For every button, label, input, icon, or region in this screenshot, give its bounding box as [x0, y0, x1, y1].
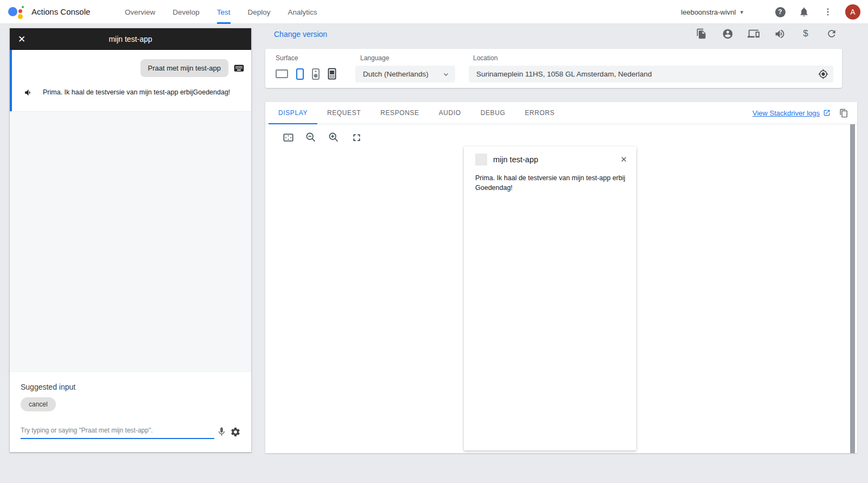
settings-button[interactable]	[229, 425, 241, 438]
tab-errors[interactable]: ERRORS	[515, 102, 564, 124]
zoom-in-icon	[328, 131, 340, 143]
topbar-right-cluster: leeboonstra-wivnl ▾ ? A	[681, 0, 860, 24]
user-message-row: Praat met mijn test-app	[12, 59, 245, 77]
nav-item-develop[interactable]: Develop	[173, 0, 200, 24]
chevron-down-icon: ▾	[740, 9, 743, 16]
speaker-surface-icon[interactable]	[312, 68, 320, 80]
fullscreen-button[interactable]	[349, 130, 363, 144]
nav-item-overview[interactable]: Overview	[125, 0, 155, 24]
app-icon-placeholder	[475, 154, 487, 166]
file-copy-icon	[696, 28, 707, 39]
fit-to-screen-button[interactable]	[281, 130, 295, 144]
copy-conversation-button[interactable]	[695, 27, 708, 40]
display-scrollbar[interactable]	[850, 124, 855, 453]
keyboard-icon	[233, 62, 245, 74]
bot-message-row: Prima. Ik haal de testversie van mijn te…	[12, 88, 245, 97]
bot-message-text: Prima. Ik haal de testversie van mijn te…	[43, 88, 230, 96]
audio-button[interactable]	[773, 27, 786, 40]
dollar-icon: $	[803, 28, 808, 39]
keypad-phone-surface-icon[interactable]	[328, 68, 336, 80]
display-message-line1: Prima. Ik haal de testversie van mijn te…	[475, 173, 626, 183]
nav-item-test[interactable]: Test	[217, 0, 231, 24]
tab-debug[interactable]: DEBUG	[471, 102, 515, 124]
change-version-link[interactable]: Change version	[274, 30, 327, 39]
help-button[interactable]: ?	[774, 5, 787, 18]
top-navigation: Overview Develop Test Deploy Analytics	[116, 0, 326, 24]
close-icon[interactable]: ✕	[620, 155, 627, 164]
user-settings-button[interactable]	[721, 27, 734, 40]
bell-icon	[799, 7, 809, 17]
external-link-icon	[823, 109, 831, 117]
zoom-in-button[interactable]	[327, 130, 341, 144]
help-icon: ?	[775, 7, 786, 17]
simulator-input-section: Suggested input cancel	[10, 372, 251, 452]
location-field[interactable]: Surinameplein 11HS, 1058 GL Amsterdam, N…	[469, 66, 833, 82]
nav-item-analytics[interactable]: Analytics	[288, 0, 317, 24]
transactions-button[interactable]: $	[799, 27, 812, 40]
suggestion-chip-cancel[interactable]: cancel	[21, 397, 56, 411]
tab-response[interactable]: RESPONSE	[371, 102, 429, 124]
display-card-header: mijn test-app ✕	[464, 147, 636, 170]
notifications-button[interactable]	[797, 5, 810, 18]
simulator-header: ✕ mijn test-app	[10, 28, 251, 50]
tab-audio[interactable]: AUDIO	[429, 102, 471, 124]
devices-icon	[748, 28, 760, 40]
user-message-bubble: Praat met mijn test-app	[141, 59, 228, 77]
account-name: leeboonstra-wivnl	[681, 8, 736, 16]
surface-label: Surface	[276, 54, 298, 62]
mic-icon	[216, 427, 227, 437]
gear-icon	[230, 427, 241, 437]
smart-display-surface-icon[interactable]	[276, 69, 288, 78]
simulator-panel: ✕ mijn test-app Praat met mijn test-app …	[10, 28, 251, 452]
mic-button[interactable]	[215, 425, 228, 438]
output-tabs: DISPLAY REQUEST RESPONSE AUDIO DEBUG ERR…	[265, 102, 857, 124]
location-label: Location	[473, 54, 497, 62]
refresh-icon	[826, 28, 837, 39]
display-message-line2: Goedendag!	[475, 183, 626, 193]
account-circle-icon	[722, 28, 733, 40]
surface-selector	[276, 67, 344, 80]
copy-icon	[839, 109, 848, 118]
account-selector[interactable]: leeboonstra-wivnl ▾	[681, 8, 743, 16]
stackdriver-link-text: View Stackdriver logs	[752, 109, 820, 117]
surface-settings-card: Surface Language Dutch (Netherlands) Loc…	[265, 49, 842, 88]
query-input[interactable]	[21, 424, 214, 439]
location-value: Surinameplein 11HS, 1058 GL Amsterdam, N…	[476, 70, 818, 78]
query-input-row	[21, 424, 241, 439]
devices-button[interactable]	[747, 27, 760, 40]
output-panel: DISPLAY REQUEST RESPONSE AUDIO DEBUG ERR…	[265, 102, 857, 453]
nav-item-deploy[interactable]: Deploy	[248, 0, 271, 24]
language-label: Language	[360, 54, 389, 62]
display-card-message: Prima. Ik haal de testversie van mijn te…	[464, 170, 636, 193]
copy-response-button[interactable]	[839, 109, 848, 118]
simulator-title: mijn test-app	[10, 35, 251, 43]
suggested-input-label: Suggested input	[21, 383, 241, 391]
display-preview-card: mijn test-app ✕ Prima. Ik haal de testve…	[464, 147, 636, 450]
language-select[interactable]: Dutch (Netherlands)	[355, 66, 455, 82]
tab-request[interactable]: REQUEST	[317, 102, 371, 124]
volume-icon	[774, 28, 786, 40]
top-app-bar: Actions Console Overview Develop Test De…	[0, 0, 868, 24]
zoom-out-icon	[305, 131, 317, 143]
product-title: Actions Console	[31, 7, 90, 16]
display-zoom-controls	[281, 130, 372, 144]
more-options-button[interactable]	[821, 5, 834, 18]
display-card-title: mijn test-app	[493, 155, 620, 164]
tab-display[interactable]: DISPLAY	[269, 102, 317, 124]
assistant-logo-icon	[7, 3, 24, 21]
zoom-out-button[interactable]	[304, 130, 318, 144]
conversation-empty-area	[10, 111, 251, 372]
reset-button[interactable]	[825, 27, 838, 40]
avatar[interactable]: A	[845, 4, 860, 20]
speaker-icon	[24, 88, 33, 97]
stackdriver-logs-link[interactable]: View Stackdriver logs	[752, 109, 831, 117]
my-location-icon[interactable]	[818, 69, 828, 79]
phone-surface-icon[interactable]	[296, 68, 304, 80]
close-icon[interactable]: ✕	[18, 28, 25, 50]
language-value: Dutch (Netherlands)	[363, 70, 442, 78]
fullscreen-icon	[351, 132, 362, 143]
conversation-area: Praat met mijn test-app Prima. Ik haal d…	[10, 50, 251, 111]
fit-screen-icon	[282, 131, 295, 144]
simulator-toolbar: $	[682, 27, 838, 40]
kebab-menu-icon	[823, 7, 833, 17]
